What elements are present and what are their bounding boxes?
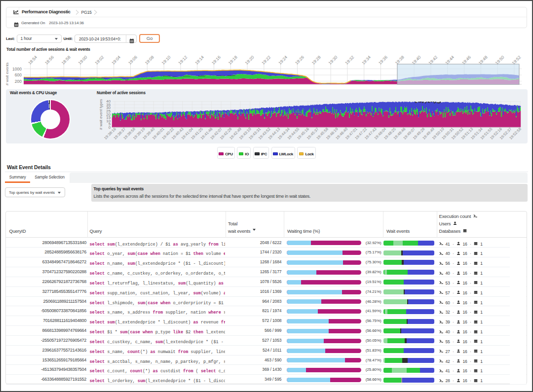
- svg-text:19:16: 19:16: [211, 55, 222, 66]
- svg-text:19:08: 19:08: [144, 55, 155, 66]
- svg-text:19:02: 19:02: [94, 55, 105, 66]
- svg-text:19:22: 19:22: [261, 55, 271, 66]
- svg-text:40: 40: [106, 99, 111, 104]
- svg-text:19:12: 19:12: [177, 55, 188, 66]
- svg-text:19:36: 19:36: [378, 55, 388, 66]
- svg-text:19:14: 19:14: [194, 55, 205, 66]
- svg-text:19:20: 19:20: [244, 55, 255, 66]
- svg-text:19:00: 19:00: [77, 55, 88, 66]
- svg-text:19:24: 19:24: [277, 55, 288, 66]
- svg-text:19:34: 19:34: [361, 55, 372, 66]
- svg-text:200: 200: [15, 79, 22, 84]
- svg-text:19:18: 19:18: [228, 55, 238, 66]
- svg-text:19:28: 19:28: [311, 55, 322, 66]
- svg-text:19:06: 19:06: [127, 55, 138, 66]
- svg-text:# wait event types: # wait event types: [99, 99, 103, 130]
- svg-text:# wait events: # wait events: [5, 63, 9, 86]
- svg-text:19:10: 19:10: [160, 55, 171, 66]
- svg-text:18:56: 18:56: [44, 55, 55, 66]
- svg-text:600: 600: [15, 72, 22, 77]
- svg-text:18:58: 18:58: [61, 55, 72, 66]
- svg-text:19:04: 19:04: [111, 55, 121, 66]
- svg-text:19:30: 19:30: [327, 55, 338, 66]
- svg-text:1000: 1000: [12, 67, 22, 71]
- svg-text:19:26: 19:26: [294, 55, 305, 66]
- svg-text:18:54: 18:54: [27, 55, 38, 66]
- svg-text:19:32: 19:32: [344, 55, 355, 66]
